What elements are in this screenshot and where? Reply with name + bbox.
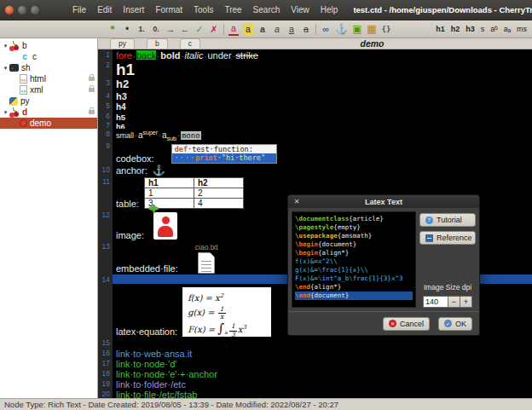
- format-h2-button[interactable]: h2: [451, 25, 460, 33]
- table-icon[interactable]: ▦: [367, 23, 377, 36]
- latex-image-object[interactable]: f(x) = x2 g(x) = 1x F(x) = ∫ab13x3: [182, 287, 271, 337]
- latex-code-line: \documentclass{article}: [295, 215, 413, 223]
- codebox-object[interactable]: def·test·function: ····print·"hi·there": [171, 144, 277, 164]
- codebox-icon[interactable]: {}: [381, 23, 391, 36]
- format-superscript-button[interactable]: aᵇ: [490, 25, 497, 33]
- menu-edit[interactable]: Edit: [97, 5, 112, 14]
- latex-eq3: F(x) =: [188, 326, 217, 335]
- menu-search[interactable]: Search: [253, 5, 280, 14]
- italic-icon[interactable]: a: [272, 23, 282, 36]
- table-cell[interactable]: 2: [194, 188, 243, 199]
- menu-tools[interactable]: Tools: [194, 5, 213, 14]
- anchor-object-icon[interactable]: ⚓: [153, 165, 165, 176]
- back-colored-text: back: [136, 50, 156, 60]
- format-h1-button[interactable]: h1: [436, 25, 445, 33]
- strike-icon[interactable]: a: [301, 23, 311, 36]
- numbered-list-icon[interactable]: 1.: [136, 23, 147, 36]
- window-maximize-button[interactable]: [31, 6, 39, 14]
- superscript-text: super: [143, 130, 159, 136]
- format-h3-button[interactable]: h3: [466, 25, 475, 33]
- person-body: [158, 226, 173, 237]
- fg-color-icon[interactable]: a: [228, 23, 239, 36]
- dpi-input[interactable]: [423, 296, 448, 308]
- menu-help[interactable]: Help: [321, 5, 338, 14]
- help-globe-icon: [425, 217, 433, 224]
- tree-node-xml[interactable]: xml: [0, 84, 97, 95]
- latex-source-editor[interactable]: \documentclass{article} \pagestyle{empty…: [292, 211, 416, 308]
- tab-b[interactable]: b: [147, 38, 168, 49]
- window-minimize-button[interactable]: [18, 6, 26, 14]
- menu-bar: File Edit Insert Format Tools Tree Searc…: [72, 5, 338, 14]
- indent-left-icon[interactable]: ←: [180, 23, 190, 36]
- tree-node-b[interactable]: ▾ b: [0, 40, 97, 51]
- link-file-fstab[interactable]: link·to·file·/etc/fstab: [116, 390, 197, 398]
- underline-icon[interactable]: a: [286, 23, 297, 36]
- format-subscript-button[interactable]: aₐ: [504, 25, 511, 33]
- link-node-d[interactable]: link·to·node·'d': [116, 359, 176, 368]
- line-number: 14: [98, 274, 113, 338]
- anchor-icon[interactable]: ⚓: [335, 23, 348, 36]
- tree-node-py[interactable]: py: [0, 95, 97, 107]
- ok-button[interactable]: OK: [438, 317, 472, 331]
- bold-icon[interactable]: a: [257, 23, 268, 36]
- latex-label: latex·equation:: [116, 326, 177, 337]
- heading-h3: h3: [116, 91, 127, 101]
- link-folder-etc[interactable]: link·to·folder·/etc: [116, 379, 186, 389]
- special-char-icon[interactable]: *: [107, 23, 118, 36]
- todo-list-icon[interactable]: 0.: [151, 23, 161, 36]
- spellcheck-icon[interactable]: ✓: [194, 23, 205, 36]
- indent-right-icon[interactable]: →: [165, 23, 176, 36]
- editor-line: 6 h5: [98, 111, 532, 120]
- expander-icon[interactable]: ▾: [2, 43, 9, 49]
- window-close-button[interactable]: [5, 6, 14, 14]
- editor-line: 16 link·to·web·ansa.it: [98, 348, 532, 358]
- tree-node-c[interactable]: c c: [0, 51, 97, 62]
- menu-file[interactable]: File: [72, 5, 86, 14]
- table-cell[interactable]: 4: [194, 199, 243, 209]
- clear-format-icon[interactable]: ✗: [209, 23, 219, 36]
- dpi-decrement-button[interactable]: −: [448, 296, 460, 308]
- cherry-icon: [9, 41, 20, 51]
- file-icon: [198, 252, 215, 274]
- table-header-cell[interactable]: h2: [194, 178, 243, 188]
- tree-node-d[interactable]: ▾ d: [0, 107, 97, 118]
- editor-line: 18 link·to·node·'e'·+·anchor: [98, 368, 532, 378]
- menu-tree[interactable]: Tree: [224, 5, 241, 14]
- red-node-icon: [20, 119, 27, 127]
- embedded-file-object[interactable]: ciao.txt: [195, 243, 218, 274]
- expander-icon[interactable]: ▾: [2, 109, 9, 116]
- table-cell[interactable]: 1: [144, 188, 194, 199]
- strikethrough-text: strike: [236, 50, 258, 60]
- tree-node-html[interactable]: html: [0, 73, 97, 84]
- line-number: 4: [98, 90, 113, 101]
- link-web-ansa[interactable]: link·to·web·ansa.it: [116, 349, 192, 358]
- format-small-button[interactable]: s: [481, 25, 485, 33]
- table-header-cell[interactable]: h1: [144, 178, 194, 188]
- link-icon[interactable]: ∞: [321, 23, 331, 36]
- tab-py[interactable]: py: [110, 38, 135, 49]
- dialog-footer: Cancel OK: [288, 311, 479, 335]
- tutorial-button[interactable]: Tutorial: [419, 213, 476, 227]
- heading-h4: h4: [116, 102, 126, 111]
- tab-c[interactable]: c: [180, 38, 200, 49]
- bg-color-icon[interactable]: a: [243, 23, 253, 36]
- latex-eq1-exponent: 2: [220, 292, 223, 299]
- expander-icon[interactable]: ▾: [2, 65, 9, 72]
- dpi-increment-button[interactable]: +: [460, 296, 472, 308]
- reference-button[interactable]: Reference: [419, 231, 476, 245]
- image-icon[interactable]: ▣: [352, 23, 362, 36]
- link-node-e-anchor[interactable]: link·to·node·'e'·+·anchor: [116, 369, 217, 378]
- menu-view[interactable]: View: [291, 5, 309, 14]
- tree-node-sh[interactable]: ▾ sh: [0, 62, 97, 73]
- tree-node-demo[interactable]: demo: [0, 118, 97, 129]
- latex-eq1: f(x) = x: [188, 293, 220, 303]
- codebox-label: codebox:: [116, 153, 154, 164]
- bulleted-list-icon[interactable]: •: [122, 23, 132, 36]
- dialog-close-icon[interactable]: ✕: [292, 198, 302, 205]
- format-monospace-button[interactable]: ms: [517, 25, 527, 33]
- image-object[interactable]: [149, 210, 180, 240]
- cancel-button[interactable]: Cancel: [383, 317, 430, 331]
- menu-format[interactable]: Format: [155, 5, 182, 14]
- editor-line: 19 link·to·folder·/etc: [98, 378, 532, 389]
- menu-insert[interactable]: Insert: [123, 5, 144, 14]
